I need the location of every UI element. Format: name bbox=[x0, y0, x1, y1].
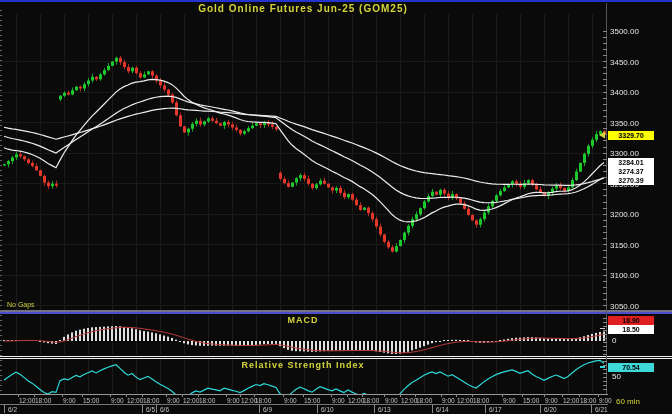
macd-signal-marker: 18.50 bbox=[608, 325, 654, 334]
price-axis-label: 3150.00 bbox=[610, 241, 639, 250]
time-tick-label: 18:00 bbox=[35, 397, 51, 404]
macd-zero-label: 0 bbox=[612, 336, 616, 345]
date-tick-label: 6/17 bbox=[489, 406, 502, 413]
macd-title: MACD bbox=[0, 315, 606, 325]
last-price-marker: 3329.70 bbox=[608, 131, 654, 140]
date-tick-label: 6/13 bbox=[378, 406, 391, 413]
time-tick-label: 18:00 bbox=[363, 397, 379, 404]
time-tick-label: 12:00 bbox=[457, 397, 473, 404]
rsi-mid-label: 50 bbox=[612, 372, 621, 381]
time-tick-label: 12:00 bbox=[127, 397, 143, 404]
price-chart-canvas[interactable] bbox=[0, 0, 672, 414]
time-tick-label: 15:00 bbox=[523, 397, 539, 404]
date-tick-label: 6/6 bbox=[160, 406, 169, 413]
rsi-title: Relative Strength Index bbox=[0, 360, 606, 370]
chart-title: Gold Online Futures Jun-25 (GOM25) bbox=[0, 3, 606, 14]
time-tick-label: 15:00 bbox=[304, 397, 320, 404]
trading-chart-window: Gold Online Futures Jun-25 (GOM25) No Ga… bbox=[0, 0, 672, 414]
time-tick-label: 18:00 bbox=[255, 397, 271, 404]
macd-value-marker: 18.90 bbox=[608, 316, 654, 325]
time-tick-label: 9:00 bbox=[111, 397, 124, 404]
time-tick-label: 18:00 bbox=[416, 397, 432, 404]
date-tick-label: 6/20 bbox=[544, 406, 557, 413]
time-tick-label: 9:00 bbox=[167, 397, 180, 404]
interval-label: 60 min bbox=[616, 397, 640, 406]
price-axis-label: 3100.00 bbox=[610, 271, 639, 280]
time-tick-label: 9:00 bbox=[284, 397, 297, 404]
time-tick-label: 9:00 bbox=[227, 397, 240, 404]
time-tick-label: 9:00 bbox=[599, 397, 612, 404]
no-gaps-label: No Gaps bbox=[7, 301, 35, 308]
time-tick-label: 9:00 bbox=[545, 397, 558, 404]
time-tick-label: 18:00 bbox=[473, 397, 489, 404]
time-tick-label: 12:00 bbox=[19, 397, 35, 404]
date-tick-label: 6/2 bbox=[8, 406, 17, 413]
price-axis-label: 3050.00 bbox=[610, 302, 639, 311]
time-tick-label: 18:00 bbox=[143, 397, 159, 404]
time-tick-label: 12:00 bbox=[401, 397, 417, 404]
date-tick-label: 6/14 bbox=[436, 406, 449, 413]
time-tick-label: 9:00 bbox=[63, 397, 76, 404]
time-tick-label: 9:00 bbox=[385, 397, 398, 404]
price-axis-label: 3300.00 bbox=[610, 149, 639, 158]
time-tick-label: 9:00 bbox=[503, 397, 516, 404]
price-axis-label: 3400.00 bbox=[610, 88, 639, 97]
time-tick-label: 9:00 bbox=[332, 397, 345, 404]
date-tick-label: 6/9 bbox=[263, 406, 272, 413]
time-tick-label: 12:00 bbox=[348, 397, 364, 404]
rsi-value-marker: 70.54 bbox=[608, 363, 654, 372]
time-tick-label: 15:00 bbox=[83, 397, 99, 404]
time-tick-label: 18:00 bbox=[580, 397, 596, 404]
price-axis-label: 3200.00 bbox=[610, 210, 639, 219]
time-tick-label: 18:00 bbox=[199, 397, 215, 404]
date-tick-label: 6/5 bbox=[146, 406, 155, 413]
ma-marker-3: 3270.39 bbox=[608, 176, 654, 185]
date-tick-label: 6/21 bbox=[595, 406, 608, 413]
price-axis-label: 3350.00 bbox=[610, 119, 639, 128]
date-tick-label: 6/10 bbox=[321, 406, 334, 413]
time-tick-label: 9:00 bbox=[442, 397, 455, 404]
time-tick-label: 12:00 bbox=[563, 397, 579, 404]
price-axis-label: 3500.00 bbox=[610, 27, 639, 36]
time-tick-label: 12:00 bbox=[183, 397, 199, 404]
price-axis-label: 3450.00 bbox=[610, 58, 639, 67]
